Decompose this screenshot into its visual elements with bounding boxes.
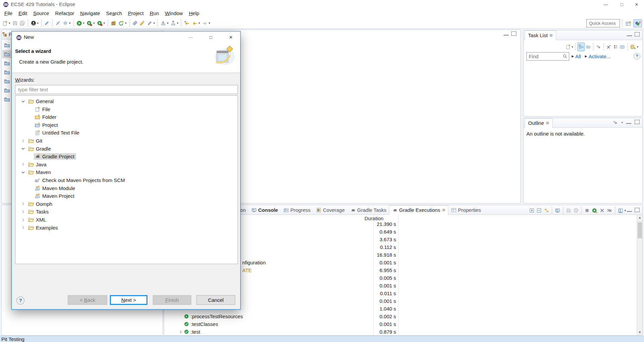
wizard-tree-item[interactable]: Examples [15, 224, 238, 232]
dialog-maximize-button[interactable]: □ [205, 33, 216, 42]
menu-window[interactable]: Window [162, 9, 186, 17]
show-console-button[interactable] [554, 206, 561, 215]
scroll-up-icon[interactable]: ▲ [637, 215, 643, 221]
execution-row[interactable]: :testClasses0.001 s [164, 320, 636, 328]
back-button[interactable]: < Back [68, 295, 107, 305]
tab-console[interactable]: Console [249, 205, 281, 215]
export-gray-button[interactable] [565, 206, 572, 215]
minimize-icon[interactable] [627, 210, 632, 212]
wizard-tree-item[interactable]: Gradle [15, 145, 238, 153]
gradle-refresh-button[interactable]: ▾ [118, 19, 127, 27]
minimize-icon[interactable] [626, 122, 631, 124]
wizard-tree-item[interactable]: General [15, 97, 238, 105]
java-perspective-button[interactable]: J [633, 19, 642, 27]
annotate-button[interactable]: ▾ [146, 19, 156, 27]
wizard-tree-item[interactable]: Git [15, 137, 238, 145]
dropdown-icon[interactable]: ▾ [198, 21, 200, 25]
tab-properties[interactable]: Properties [448, 205, 484, 215]
maximize-icon[interactable] [635, 120, 640, 124]
execution-row[interactable]: :processTestResources0.002 s [164, 313, 636, 320]
dropdown-icon[interactable]: ▾ [637, 45, 638, 49]
dialog-close-button[interactable]: ✕ [226, 33, 236, 42]
chevron-expanded-icon[interactable] [21, 99, 26, 104]
close-icon[interactable]: ⊠ [546, 121, 549, 125]
maximize-icon[interactable] [511, 31, 516, 36]
chevron-collapsed-icon[interactable] [178, 330, 183, 334]
menu-help[interactable]: Help [186, 9, 202, 17]
dropdown-icon[interactable]: ▾ [9, 21, 10, 25]
wizard-tree-item[interactable]: MMaven Project [15, 192, 238, 200]
menu-edit[interactable]: Edit [15, 9, 30, 17]
user-account-button[interactable]: ▾ [30, 19, 40, 27]
new-package-button[interactable] [110, 19, 117, 27]
dropdown-icon[interactable]: ▾ [83, 21, 85, 25]
scroll-down-icon[interactable]: ▼ [637, 330, 643, 335]
menu-search[interactable]: Search [103, 9, 125, 17]
dropdown-icon[interactable]: ▾ [104, 21, 105, 25]
search-button[interactable] [139, 19, 146, 27]
synchronize-button[interactable]: ▾ [629, 42, 639, 51]
run-button[interactable]: ▾ [76, 19, 85, 27]
menu-refactor[interactable]: Refactor [52, 9, 77, 17]
menu-file[interactable]: File [1, 9, 15, 17]
dropdown-icon[interactable]: ▾ [69, 21, 71, 25]
menu-run[interactable]: Run [147, 9, 162, 17]
chevron-collapsed-icon[interactable] [21, 201, 26, 206]
menu-project[interactable]: Project [125, 9, 147, 17]
dropdown-icon[interactable]: ▾ [572, 45, 573, 49]
back-history-button[interactable] [183, 19, 190, 27]
tab-progress[interactable]: Progress [281, 205, 313, 215]
dropdown-icon[interactable]: ▾ [209, 21, 210, 25]
collapse-all-button[interactable] [619, 42, 626, 51]
collapse-all-button[interactable] [536, 206, 542, 215]
dialog-minimize-button[interactable]: — [185, 33, 196, 42]
wizard-filter-input[interactable] [15, 85, 238, 94]
window-close-button[interactable]: ✕ [629, 0, 644, 9]
wizard-tree-item[interactable]: XML [15, 216, 238, 224]
vertical-scrollbar[interactable]: ▲ ▼ [637, 215, 642, 335]
save-button[interactable] [12, 19, 18, 27]
wizard-tree-item[interactable]: Untitled Text File [15, 129, 238, 137]
menu-navigate[interactable]: Navigate [77, 9, 103, 17]
mark-occurrences-button[interactable] [44, 19, 50, 27]
export-button[interactable]: ▾ [170, 19, 179, 27]
finish-button[interactable]: Finish [153, 295, 191, 305]
dropdown-icon[interactable]: ▾ [153, 21, 155, 25]
new-task-button[interactable]: ▾ [565, 42, 574, 51]
scroll-thumb[interactable] [638, 222, 642, 238]
dropdown-icon[interactable]: ▾ [37, 21, 39, 25]
link-activate[interactable]: Activate... [589, 54, 611, 59]
wizard-tree-item[interactable]: File [15, 105, 238, 113]
rerun-button[interactable] [591, 206, 598, 215]
view-menu-icon[interactable]: ▾ [621, 121, 623, 125]
chevron-collapsed-icon[interactable] [21, 209, 26, 214]
chevron-collapsed-icon[interactable] [21, 218, 26, 222]
link-with-editor-icon[interactable] [613, 120, 618, 125]
maximize-icon[interactable] [635, 32, 640, 36]
wizard-tree-item[interactable]: Java [15, 161, 238, 168]
focus-workweek-button[interactable] [595, 42, 602, 51]
dropdown-icon[interactable]: ▾ [167, 21, 169, 25]
minimize-icon[interactable] [504, 34, 509, 35]
quick-access-input[interactable] [586, 19, 620, 27]
wizard-tree-item[interactable]: Oomph [15, 200, 238, 208]
cube-button[interactable] [573, 206, 579, 215]
chevron-collapsed-icon[interactable] [21, 225, 26, 230]
wizard-tree-item[interactable]: Gradle Project [15, 153, 238, 160]
tab-gradle-tasks[interactable]: Gradle Tasks [347, 205, 389, 215]
show-output-button[interactable]: ▾ [617, 206, 627, 215]
open-type-button[interactable] [132, 19, 138, 27]
close-icon[interactable]: ⊠ [550, 33, 553, 37]
new-wizard-button[interactable]: ▾ [1, 19, 11, 27]
cancel-button[interactable]: Cancel [196, 295, 235, 305]
window-maximize-button[interactable]: □ [615, 0, 629, 9]
show-people-button[interactable] [612, 42, 619, 51]
chevron-collapsed-icon[interactable] [21, 162, 26, 167]
chevron-expanded-icon[interactable] [21, 170, 26, 175]
import-button[interactable]: ▾ [160, 19, 169, 27]
coverage-button[interactable]: ▾ [86, 19, 95, 27]
tab-gradle-executions[interactable]: Gradle Executions⊠ [389, 205, 448, 215]
window-minimize-button[interactable]: — [598, 0, 613, 9]
tab-coverage[interactable]: Coverage [313, 205, 347, 215]
dropdown-icon[interactable]: ▾ [93, 21, 95, 25]
